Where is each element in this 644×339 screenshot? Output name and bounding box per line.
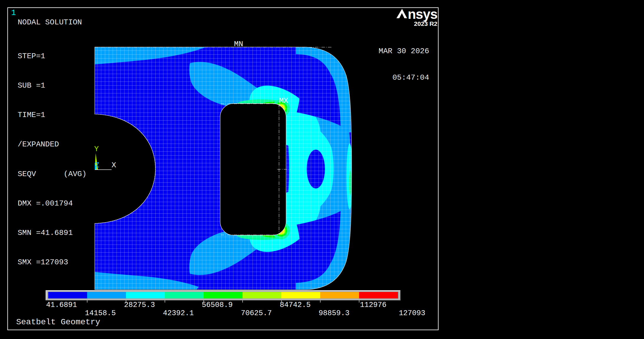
legend-value: 84742.5 xyxy=(280,301,311,309)
legend-value: 56508.9 xyxy=(202,301,233,309)
slot-hole xyxy=(220,103,286,235)
model-caption: Seatbelt Geometry xyxy=(16,318,100,327)
mesh-contour-regions: MN MX xyxy=(95,40,353,290)
legend-value: 42392.1 xyxy=(163,309,194,318)
coordinate-triad: Y Z X xyxy=(94,145,116,170)
date-time-stamp: MAR 30 2026 05:47:04 xyxy=(379,29,429,100)
x-axis-label: X xyxy=(112,161,116,170)
ansys-logo: nsys 2023 R2 xyxy=(396,8,437,27)
legend-value: 127093 xyxy=(399,309,425,318)
legend-value: 41.6891 xyxy=(46,301,77,309)
annotation-line: SMX =127093 xyxy=(18,258,87,267)
z-axis-label: Z xyxy=(95,161,99,170)
date-stamp: MAR 30 2026 xyxy=(379,47,429,56)
max-stress-marker: MX xyxy=(279,96,288,105)
min-stress-marker: MN xyxy=(234,40,243,49)
legend-value: 112976 xyxy=(360,301,386,309)
legend-value: 14158.5 xyxy=(85,309,116,318)
legend-value: 28275.3 xyxy=(124,301,155,309)
annotation-line: TIME=1 xyxy=(18,110,87,120)
result-annotations: STEP=1 SUB =1 TIME=1 /EXPANDED SEQV (AVG… xyxy=(18,32,87,287)
legend-values: 41.6891 14158.5 28275.3 42392.1 56508.9 … xyxy=(46,301,425,318)
legend-swatch xyxy=(204,292,243,298)
ansys-logo-icon xyxy=(396,8,407,20)
legend-swatch xyxy=(126,292,165,298)
annotation-line: SMN =41.6891 xyxy=(18,228,87,238)
annotation-line: DMX =.001794 xyxy=(18,199,87,208)
annotation-line: /EXPANDED xyxy=(18,140,87,149)
legend-swatches xyxy=(48,292,398,298)
result-title: NODAL SOLUTION xyxy=(18,18,82,27)
legend-swatch xyxy=(48,292,87,298)
legend-swatch xyxy=(87,292,126,298)
y-axis-label: Y xyxy=(94,145,99,153)
legend-swatch xyxy=(281,292,320,298)
legend-swatch xyxy=(165,292,204,298)
legend-value: 98859.3 xyxy=(318,309,349,318)
legend-value: 70625.7 xyxy=(241,309,272,318)
ansys-graphics-window: MN MX Y Z X xyxy=(7,7,439,330)
ansys-logo-text: nsys xyxy=(408,8,437,20)
annotation-line: STEP=1 xyxy=(18,51,87,61)
annotation-line: SEQV (AVG) xyxy=(18,169,87,179)
legend-swatch xyxy=(359,292,398,298)
ansys-release: 2023 R2 xyxy=(414,20,437,27)
contour-legend: 41.6891 14158.5 28275.3 42392.1 56508.9 … xyxy=(46,290,425,318)
legend-swatch xyxy=(320,292,359,298)
legend-swatch xyxy=(243,292,281,298)
time-stamp: 05:47:04 xyxy=(379,73,429,82)
annotation-line: SUB =1 xyxy=(18,81,87,91)
plot-window-number: 1 xyxy=(11,9,16,17)
